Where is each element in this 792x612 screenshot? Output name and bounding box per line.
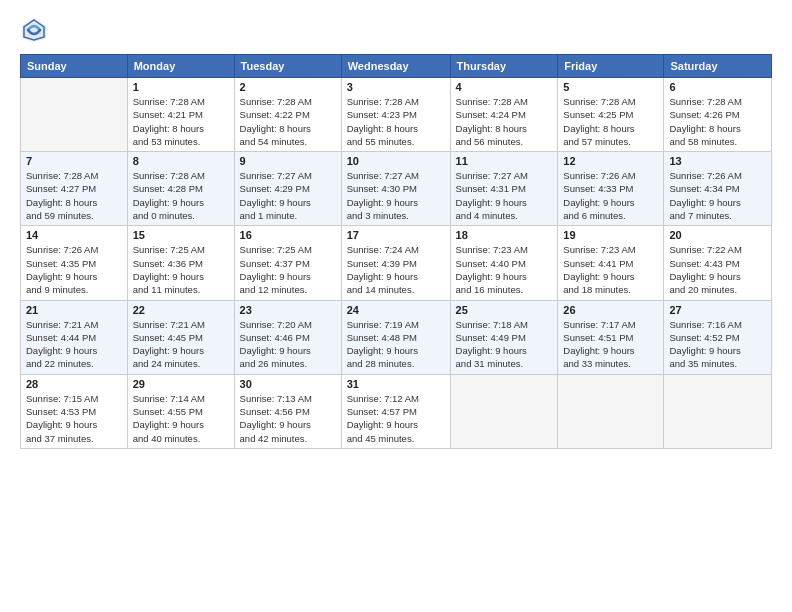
calendar-cell: 8Sunrise: 7:28 AMSunset: 4:28 PMDaylight… bbox=[127, 152, 234, 226]
day-info: Sunrise: 7:28 AMSunset: 4:25 PMDaylight:… bbox=[563, 95, 658, 148]
calendar-cell: 25Sunrise: 7:18 AMSunset: 4:49 PMDayligh… bbox=[450, 300, 558, 374]
day-number: 31 bbox=[347, 378, 445, 390]
day-number: 13 bbox=[669, 155, 766, 167]
day-number: 11 bbox=[456, 155, 553, 167]
calendar-week-row: 21Sunrise: 7:21 AMSunset: 4:44 PMDayligh… bbox=[21, 300, 772, 374]
calendar-cell: 6Sunrise: 7:28 AMSunset: 4:26 PMDaylight… bbox=[664, 78, 772, 152]
calendar-cell: 4Sunrise: 7:28 AMSunset: 4:24 PMDaylight… bbox=[450, 78, 558, 152]
day-number: 7 bbox=[26, 155, 122, 167]
day-info: Sunrise: 7:23 AMSunset: 4:41 PMDaylight:… bbox=[563, 243, 658, 296]
day-info: Sunrise: 7:21 AMSunset: 4:45 PMDaylight:… bbox=[133, 318, 229, 371]
day-number: 10 bbox=[347, 155, 445, 167]
calendar-cell: 14Sunrise: 7:26 AMSunset: 4:35 PMDayligh… bbox=[21, 226, 128, 300]
day-header-friday: Friday bbox=[558, 55, 664, 78]
day-number: 20 bbox=[669, 229, 766, 241]
calendar-cell: 15Sunrise: 7:25 AMSunset: 4:36 PMDayligh… bbox=[127, 226, 234, 300]
day-info: Sunrise: 7:16 AMSunset: 4:52 PMDaylight:… bbox=[669, 318, 766, 371]
calendar-cell bbox=[450, 374, 558, 448]
calendar-cell bbox=[664, 374, 772, 448]
day-number: 19 bbox=[563, 229, 658, 241]
day-header-saturday: Saturday bbox=[664, 55, 772, 78]
calendar-cell: 9Sunrise: 7:27 AMSunset: 4:29 PMDaylight… bbox=[234, 152, 341, 226]
day-number: 1 bbox=[133, 81, 229, 93]
day-number: 24 bbox=[347, 304, 445, 316]
calendar-cell: 19Sunrise: 7:23 AMSunset: 4:41 PMDayligh… bbox=[558, 226, 664, 300]
calendar-cell: 27Sunrise: 7:16 AMSunset: 4:52 PMDayligh… bbox=[664, 300, 772, 374]
calendar-cell: 5Sunrise: 7:28 AMSunset: 4:25 PMDaylight… bbox=[558, 78, 664, 152]
day-number: 8 bbox=[133, 155, 229, 167]
calendar-cell: 13Sunrise: 7:26 AMSunset: 4:34 PMDayligh… bbox=[664, 152, 772, 226]
day-number: 26 bbox=[563, 304, 658, 316]
logo-icon bbox=[20, 16, 48, 44]
day-number: 12 bbox=[563, 155, 658, 167]
calendar-cell: 30Sunrise: 7:13 AMSunset: 4:56 PMDayligh… bbox=[234, 374, 341, 448]
calendar-cell: 11Sunrise: 7:27 AMSunset: 4:31 PMDayligh… bbox=[450, 152, 558, 226]
day-header-wednesday: Wednesday bbox=[341, 55, 450, 78]
day-info: Sunrise: 7:28 AMSunset: 4:23 PMDaylight:… bbox=[347, 95, 445, 148]
calendar-cell: 31Sunrise: 7:12 AMSunset: 4:57 PMDayligh… bbox=[341, 374, 450, 448]
day-number: 6 bbox=[669, 81, 766, 93]
svg-marker-0 bbox=[22, 18, 46, 42]
calendar-cell: 23Sunrise: 7:20 AMSunset: 4:46 PMDayligh… bbox=[234, 300, 341, 374]
calendar-cell: 7Sunrise: 7:28 AMSunset: 4:27 PMDaylight… bbox=[21, 152, 128, 226]
day-number: 28 bbox=[26, 378, 122, 390]
calendar-cell: 20Sunrise: 7:22 AMSunset: 4:43 PMDayligh… bbox=[664, 226, 772, 300]
day-info: Sunrise: 7:12 AMSunset: 4:57 PMDaylight:… bbox=[347, 392, 445, 445]
calendar-week-row: 14Sunrise: 7:26 AMSunset: 4:35 PMDayligh… bbox=[21, 226, 772, 300]
day-info: Sunrise: 7:26 AMSunset: 4:33 PMDaylight:… bbox=[563, 169, 658, 222]
day-info: Sunrise: 7:28 AMSunset: 4:24 PMDaylight:… bbox=[456, 95, 553, 148]
day-info: Sunrise: 7:15 AMSunset: 4:53 PMDaylight:… bbox=[26, 392, 122, 445]
day-number: 27 bbox=[669, 304, 766, 316]
calendar-cell bbox=[558, 374, 664, 448]
calendar-cell: 18Sunrise: 7:23 AMSunset: 4:40 PMDayligh… bbox=[450, 226, 558, 300]
calendar-cell: 1Sunrise: 7:28 AMSunset: 4:21 PMDaylight… bbox=[127, 78, 234, 152]
day-info: Sunrise: 7:27 AMSunset: 4:30 PMDaylight:… bbox=[347, 169, 445, 222]
day-info: Sunrise: 7:23 AMSunset: 4:40 PMDaylight:… bbox=[456, 243, 553, 296]
calendar-cell: 2Sunrise: 7:28 AMSunset: 4:22 PMDaylight… bbox=[234, 78, 341, 152]
day-number: 2 bbox=[240, 81, 336, 93]
day-number: 30 bbox=[240, 378, 336, 390]
day-header-monday: Monday bbox=[127, 55, 234, 78]
day-number: 18 bbox=[456, 229, 553, 241]
day-number: 25 bbox=[456, 304, 553, 316]
page: SundayMondayTuesdayWednesdayThursdayFrid… bbox=[0, 0, 792, 459]
day-info: Sunrise: 7:19 AMSunset: 4:48 PMDaylight:… bbox=[347, 318, 445, 371]
day-info: Sunrise: 7:22 AMSunset: 4:43 PMDaylight:… bbox=[669, 243, 766, 296]
calendar-cell: 10Sunrise: 7:27 AMSunset: 4:30 PMDayligh… bbox=[341, 152, 450, 226]
day-info: Sunrise: 7:26 AMSunset: 4:34 PMDaylight:… bbox=[669, 169, 766, 222]
day-info: Sunrise: 7:27 AMSunset: 4:31 PMDaylight:… bbox=[456, 169, 553, 222]
calendar-cell: 29Sunrise: 7:14 AMSunset: 4:55 PMDayligh… bbox=[127, 374, 234, 448]
calendar-header-row: SundayMondayTuesdayWednesdayThursdayFrid… bbox=[21, 55, 772, 78]
day-number: 4 bbox=[456, 81, 553, 93]
day-number: 15 bbox=[133, 229, 229, 241]
calendar-cell: 17Sunrise: 7:24 AMSunset: 4:39 PMDayligh… bbox=[341, 226, 450, 300]
day-info: Sunrise: 7:13 AMSunset: 4:56 PMDaylight:… bbox=[240, 392, 336, 445]
logo bbox=[20, 16, 52, 44]
day-info: Sunrise: 7:21 AMSunset: 4:44 PMDaylight:… bbox=[26, 318, 122, 371]
day-header-tuesday: Tuesday bbox=[234, 55, 341, 78]
day-info: Sunrise: 7:28 AMSunset: 4:21 PMDaylight:… bbox=[133, 95, 229, 148]
calendar-cell bbox=[21, 78, 128, 152]
day-number: 9 bbox=[240, 155, 336, 167]
day-number: 16 bbox=[240, 229, 336, 241]
day-number: 14 bbox=[26, 229, 122, 241]
day-number: 23 bbox=[240, 304, 336, 316]
calendar-cell: 28Sunrise: 7:15 AMSunset: 4:53 PMDayligh… bbox=[21, 374, 128, 448]
day-info: Sunrise: 7:28 AMSunset: 4:28 PMDaylight:… bbox=[133, 169, 229, 222]
day-number: 17 bbox=[347, 229, 445, 241]
calendar-table: SundayMondayTuesdayWednesdayThursdayFrid… bbox=[20, 54, 772, 449]
day-header-thursday: Thursday bbox=[450, 55, 558, 78]
calendar-week-row: 28Sunrise: 7:15 AMSunset: 4:53 PMDayligh… bbox=[21, 374, 772, 448]
day-number: 5 bbox=[563, 81, 658, 93]
day-info: Sunrise: 7:14 AMSunset: 4:55 PMDaylight:… bbox=[133, 392, 229, 445]
calendar-week-row: 1Sunrise: 7:28 AMSunset: 4:21 PMDaylight… bbox=[21, 78, 772, 152]
day-info: Sunrise: 7:24 AMSunset: 4:39 PMDaylight:… bbox=[347, 243, 445, 296]
day-number: 29 bbox=[133, 378, 229, 390]
calendar-cell: 26Sunrise: 7:17 AMSunset: 4:51 PMDayligh… bbox=[558, 300, 664, 374]
day-info: Sunrise: 7:18 AMSunset: 4:49 PMDaylight:… bbox=[456, 318, 553, 371]
day-header-sunday: Sunday bbox=[21, 55, 128, 78]
header bbox=[20, 16, 772, 44]
day-info: Sunrise: 7:17 AMSunset: 4:51 PMDaylight:… bbox=[563, 318, 658, 371]
calendar-cell: 3Sunrise: 7:28 AMSunset: 4:23 PMDaylight… bbox=[341, 78, 450, 152]
day-number: 22 bbox=[133, 304, 229, 316]
